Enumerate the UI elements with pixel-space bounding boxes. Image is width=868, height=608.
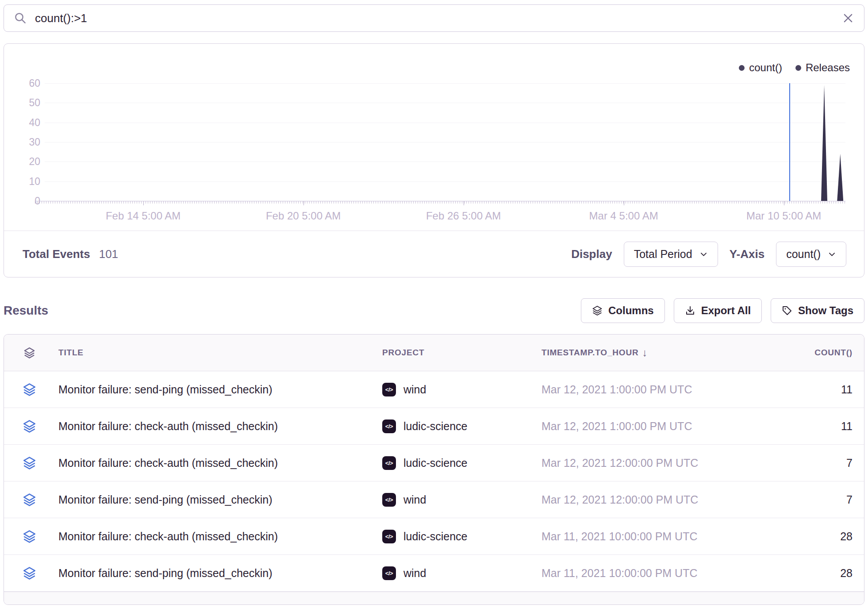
chart-legend: count()Releases: [739, 62, 850, 74]
y-axis-tick-label: 40: [5, 117, 40, 129]
stack-icon: [23, 347, 35, 359]
project-platform-icon: </>: [382, 383, 396, 396]
gridline: [45, 123, 845, 123]
legend-item[interactable]: Releases: [795, 62, 850, 74]
row-count: 28: [768, 530, 864, 543]
table-row[interactable]: Monitor failure: check-auth (missed_chec…: [4, 518, 864, 555]
project-platform-icon: </>: [382, 419, 396, 433]
x-axis-tick-label: Mar 4 5:00 AM: [553, 210, 695, 222]
project-name: wind: [403, 493, 426, 506]
project-name: ludic-science: [403, 530, 468, 543]
stack-icon: [23, 566, 36, 580]
gridline: [45, 103, 845, 103]
stack-icon: [23, 493, 36, 507]
stack-icon: [592, 305, 603, 316]
total-events-value: 101: [99, 247, 118, 261]
table-row[interactable]: Monitor failure: check-auth (missed_chec…: [4, 408, 864, 445]
gridline: [45, 142, 845, 142]
table-body: Monitor failure: send-ping (missed_check…: [4, 371, 864, 592]
row-count: 7: [768, 457, 864, 469]
display-label: Display: [571, 247, 612, 261]
table-header: TITLE PROJECT TIMESTAMP.TO_HOUR ↓ COUNT(…: [4, 335, 864, 371]
columns-button[interactable]: Columns: [581, 298, 665, 323]
row-timestamp: Mar 11, 2021 10:00:00 PM UTC: [538, 530, 768, 543]
header-stack-icon-cell[interactable]: [4, 347, 55, 359]
close-icon: [842, 12, 854, 24]
project-name: ludic-science: [403, 457, 468, 469]
total-events: Total Events 101: [23, 247, 118, 261]
x-axis-tick-label: Mar 10 5:00 AM: [713, 210, 855, 222]
chart-area: 0102030405060Feb 14 5:00 AMFeb 20 5:00 A…: [4, 44, 864, 231]
table-row[interactable]: Monitor failure: send-ping (missed_check…: [4, 481, 864, 518]
column-header-count[interactable]: COUNT(): [768, 348, 864, 358]
tag-icon: [782, 305, 792, 316]
x-axis-tick-label: Feb 14 5:00 AM: [73, 210, 214, 222]
row-count: 11: [768, 420, 864, 433]
project-platform-icon: </>: [382, 456, 396, 470]
project-platform-icon: </>: [382, 530, 396, 543]
gridline: [45, 162, 845, 162]
y-axis-dropdown[interactable]: count(): [776, 242, 846, 267]
chart-panel: count()Releases 0102030405060Feb 14 5:00…: [4, 43, 864, 277]
y-axis-tick-label: 20: [5, 156, 40, 168]
chart-panel-footer: Total Events 101 Display Total Period Y-…: [4, 231, 864, 277]
row-timestamp: Mar 12, 2021 12:00:00 PM UTC: [538, 457, 768, 469]
table-footer: [4, 592, 864, 604]
export-all-button[interactable]: Export All: [674, 298, 762, 323]
project-name: wind: [403, 567, 426, 580]
x-axis-major-tick: [464, 201, 464, 205]
download-icon: [685, 305, 695, 316]
x-axis-tick-label: Feb 20 5:00 AM: [233, 210, 374, 222]
chart-controls: Display Total Period Y-Axis count(): [571, 242, 846, 267]
export-all-button-label: Export All: [701, 304, 751, 317]
show-tags-button-label: Show Tags: [798, 304, 853, 317]
y-axis-tick-label: 50: [5, 97, 40, 109]
column-header-title[interactable]: TITLE: [55, 348, 379, 358]
search-input[interactable]: [35, 12, 834, 25]
row-count: 11: [768, 383, 864, 396]
table-row[interactable]: Monitor failure: send-ping (missed_check…: [4, 371, 864, 408]
stack-icon: [23, 419, 36, 433]
project-name: wind: [403, 383, 426, 396]
display-dropdown[interactable]: Total Period: [624, 242, 718, 267]
legend-label: Releases: [806, 62, 850, 74]
row-title: Monitor failure: send-ping (missed_check…: [55, 383, 379, 396]
sort-desc-icon: ↓: [642, 346, 648, 359]
results-heading: Results: [4, 304, 48, 318]
column-header-timestamp[interactable]: TIMESTAMP.TO_HOUR ↓: [538, 346, 768, 359]
row-title: Monitor failure: send-ping (missed_check…: [55, 567, 379, 580]
display-dropdown-value: Total Period: [634, 248, 692, 261]
column-header-project[interactable]: PROJECT: [379, 348, 538, 358]
x-axis-major-tick: [784, 201, 784, 205]
chevron-down-icon: [699, 250, 708, 258]
table-row[interactable]: Monitor failure: check-auth (missed_chec…: [4, 445, 864, 481]
project-platform-icon: </>: [382, 566, 396, 580]
row-title: Monitor failure: check-auth (missed_chec…: [55, 457, 379, 469]
x-axis-major-tick: [303, 201, 304, 205]
row-timestamp: Mar 12, 2021 1:00:00 PM UTC: [538, 420, 768, 433]
gridline: [45, 181, 845, 182]
legend-item[interactable]: count(): [739, 62, 782, 74]
search-bar: [4, 4, 864, 32]
gridline: [45, 83, 845, 84]
row-timestamp: Mar 12, 2021 1:00:00 PM UTC: [538, 383, 768, 396]
show-tags-button[interactable]: Show Tags: [771, 298, 864, 323]
row-timestamp: Mar 11, 2021 10:00:00 PM UTC: [538, 567, 768, 580]
discover-page: count()Releases 0102030405060Feb 14 5:00…: [0, 0, 868, 608]
x-axis-minor-ticks: [35, 201, 845, 204]
y-axis-tick-label: 10: [5, 176, 40, 188]
clear-search-button[interactable]: [842, 12, 854, 24]
stack-icon: [23, 456, 36, 470]
row-title: Monitor failure: check-auth (missed_chec…: [55, 530, 379, 543]
table-row[interactable]: Monitor failure: send-ping (missed_check…: [4, 555, 864, 592]
column-header-timestamp-label: TIMESTAMP.TO_HOUR: [542, 348, 638, 358]
chevron-down-icon: [828, 250, 836, 258]
row-count: 7: [768, 493, 864, 506]
legend-label: count(): [749, 62, 782, 74]
row-count: 28: [768, 567, 864, 580]
legend-dot-icon: [795, 65, 801, 71]
count-series-spike: [837, 154, 843, 201]
project-name: ludic-science: [403, 420, 468, 433]
stack-icon: [23, 530, 36, 543]
y-axis-dropdown-value: count(): [786, 248, 821, 261]
